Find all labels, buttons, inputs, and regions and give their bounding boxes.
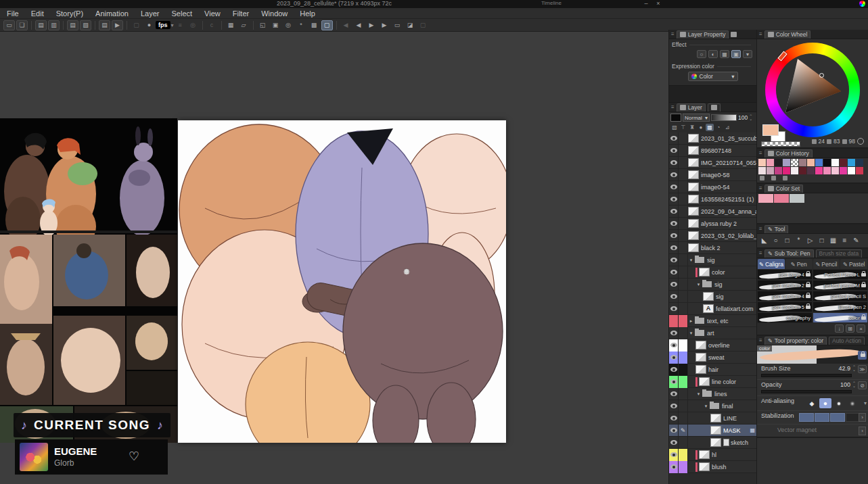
tone-effect-icon[interactable]: ◐: [708, 50, 718, 58]
layer-color-chip[interactable]: [679, 205, 688, 218]
subtool-perfect-pencil-s[interactable]: perfect pencil S: [813, 291, 868, 301]
halftone-effect-icon[interactable]: ▦: [720, 50, 729, 58]
menu-story-p[interactable]: Story(P): [56, 9, 83, 18]
color-swatch[interactable]: [767, 159, 774, 166]
eye-toggle[interactable]: [669, 437, 679, 449]
brush-size-data-tab[interactable]: Brush size data: [816, 249, 863, 258]
eye-toggle[interactable]: [669, 279, 679, 291]
eye-toggle[interactable]: [669, 412, 679, 425]
layer-color-chip[interactable]: [679, 145, 688, 157]
color-swatch[interactable]: [775, 159, 782, 166]
layer-color-chip[interactable]: [679, 412, 688, 425]
wand-tool-icon[interactable]: *: [794, 236, 803, 245]
expand-icon[interactable]: ▾: [695, 282, 702, 287]
color-swatch[interactable]: [823, 167, 831, 174]
layer-row-image0-58[interactable]: image0-58: [669, 169, 757, 181]
blend-mode-dropdown[interactable]: Normal ▾: [683, 114, 710, 122]
onion-skin-icon[interactable]: ●: [143, 20, 155, 30]
eye-toggle[interactable]: [669, 145, 679, 157]
layer-color-effect-icon[interactable]: ▣: [731, 50, 741, 58]
panel-menu-icon[interactable]: ≡: [759, 185, 762, 191]
layer-color-chip[interactable]: [679, 437, 688, 449]
preview-lock-button[interactable]: [858, 351, 867, 360]
subtool-color[interactable]: color: [813, 312, 868, 323]
layer-color-chip[interactable]: [679, 388, 688, 400]
onionskin-toggle-icon[interactable]: ◪: [405, 20, 416, 30]
stabilization-more-icon[interactable]: ›: [859, 413, 866, 422]
layer-color-chip[interactable]: [679, 242, 688, 254]
panel-menu-icon[interactable]: ≡: [671, 31, 675, 37]
marquee-tool-icon[interactable]: □: [783, 236, 792, 245]
layer-move-icon[interactable]: ▩: [309, 20, 320, 30]
eye-toggle[interactable]: [669, 169, 679, 181]
layer-row-896807148[interactable]: 896807148: [669, 145, 757, 157]
timeline-rows-icon[interactable]: ≡: [175, 20, 186, 30]
transparent-swatch[interactable]: [761, 141, 800, 147]
auto-action-tab[interactable]: Auto Action: [829, 337, 865, 345]
prev-frame-icon[interactable]: ◀: [353, 20, 365, 30]
color-swatch[interactable]: [848, 159, 855, 166]
lock-transparent-icon[interactable]: ▩: [706, 124, 714, 131]
open-file-icon[interactable]: ❏: [16, 20, 28, 30]
fps-badge[interactable]: fps: [156, 21, 170, 29]
color-swatch[interactable]: [791, 159, 798, 166]
layer-color-chip[interactable]: [679, 461, 688, 473]
layer-row-image0-54[interactable]: image0-54: [669, 181, 757, 193]
eye-toggle[interactable]: [669, 193, 679, 205]
expand-icon[interactable]: ▸: [688, 318, 694, 324]
color-swatch[interactable]: [799, 159, 806, 166]
color-swatch[interactable]: [791, 167, 798, 174]
play-story-icon[interactable]: ▶: [112, 20, 123, 30]
eye-toggle[interactable]: [669, 425, 679, 437]
expand-icon[interactable]: ▾: [695, 391, 702, 397]
menu-window[interactable]: Window: [261, 9, 288, 18]
color-set-swatch[interactable]: [790, 194, 804, 203]
color-swatch[interactable]: [807, 159, 815, 166]
brush-size-slider[interactable]: [761, 374, 852, 377]
layer-row-sig[interactable]: sig: [669, 291, 757, 303]
layer-color-chip[interactable]: [679, 169, 688, 181]
sv-triangle[interactable]: [776, 53, 849, 126]
eye-toggle[interactable]: [669, 461, 679, 473]
layer-row-2023-01-25-succubu[interactable]: 2023_01_25_succubu: [669, 132, 757, 145]
color-history-tab[interactable]: Color History: [764, 149, 813, 158]
subtool-tab-pen[interactable]: ✎Pen: [785, 259, 813, 269]
layer-color-chip[interactable]: [679, 303, 688, 315]
drawing-canvas[interactable]: [178, 120, 506, 443]
color-wheel-tab[interactable]: Color Wheel: [764, 30, 811, 39]
subtool-pen-medium-5[interactable]: pen medium 5: [757, 301, 813, 312]
layer-opacity-slider[interactable]: [711, 114, 737, 121]
layer-color-chip[interactable]: [679, 181, 688, 193]
pin-icon[interactable]: ⊤: [679, 124, 687, 131]
color-swatch[interactable]: [799, 167, 806, 174]
wand-icon[interactable]: *: [296, 20, 307, 30]
subtool-perfect-pencil-l[interactable]: Perfect Pencil L: [813, 269, 868, 280]
opacity-slider[interactable]: [761, 390, 852, 393]
eye-toggle[interactable]: [669, 376, 679, 388]
add-color-icon[interactable]: [760, 176, 764, 180]
panel-menu-icon[interactable]: ≡: [671, 104, 675, 110]
nib-tool-icon[interactable]: ◣: [760, 236, 769, 245]
aa-weak-button[interactable]: ●: [819, 398, 831, 408]
eye-toggle[interactable]: [669, 400, 679, 412]
layer-color-chip[interactable]: [679, 327, 688, 339]
subtool-tab-pencil[interactable]: ✎Pencil: [813, 259, 840, 269]
layer-color-chip[interactable]: [679, 193, 688, 205]
ruler-icon[interactable]: ⊿: [723, 124, 731, 131]
layer-row-line-color[interactable]: line color: [669, 376, 757, 388]
pattern-tool-icon[interactable]: ▦: [829, 236, 838, 245]
delete-subtool-icon[interactable]: ×: [856, 324, 865, 333]
subtool-brush-pen-2[interactable]: Brush pen 2: [813, 301, 868, 312]
layer-row-hair[interactable]: hair: [669, 364, 757, 376]
color-swatch[interactable]: [758, 159, 766, 166]
layer-row-black-2[interactable]: black 2: [669, 242, 757, 254]
color-swatch[interactable]: [807, 167, 815, 174]
menu-view[interactable]: View: [204, 9, 221, 18]
opacity-pressure-button[interactable]: ⊘: [858, 381, 867, 389]
panel-menu-icon[interactable]: ≡: [759, 337, 762, 343]
eye-toggle[interactable]: [669, 339, 679, 352]
layer-tab[interactable]: Layer: [677, 103, 706, 112]
layer-color-chip[interactable]: [679, 266, 688, 279]
gradient-tool-icon[interactable]: ≡: [840, 236, 849, 245]
export-pages-icon[interactable]: ▧: [80, 20, 91, 30]
